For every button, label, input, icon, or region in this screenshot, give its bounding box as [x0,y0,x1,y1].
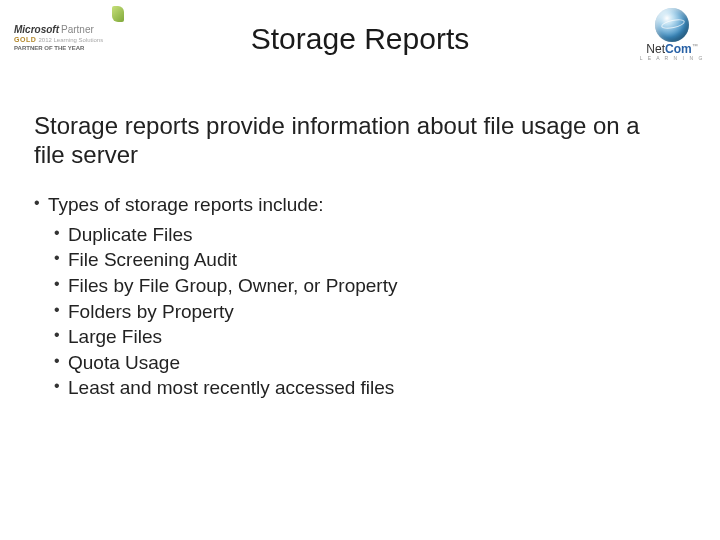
list-item: Duplicate Files [54,222,680,248]
body-content: Types of storage reports include: Duplic… [34,192,680,401]
list-item: File Screening Audit [54,247,680,273]
slide-title: Storage Reports [0,22,720,56]
list-item: Folders by Property [54,299,680,325]
list-item: Least and most recently accessed files [54,375,680,401]
lead-text: Storage reports provide information abou… [34,112,670,170]
list-item: Quota Usage [54,350,680,376]
brand-tagline: L E A R N I N G [636,56,708,62]
award-icon [112,6,124,22]
bullet-intro: Types of storage reports include: [34,192,680,218]
list-item: Large Files [54,324,680,350]
list-item: Files by File Group, Owner, or Property [54,273,680,299]
slide: MicrosoftPartner GOLD 2012 Learning Solu… [0,0,720,540]
